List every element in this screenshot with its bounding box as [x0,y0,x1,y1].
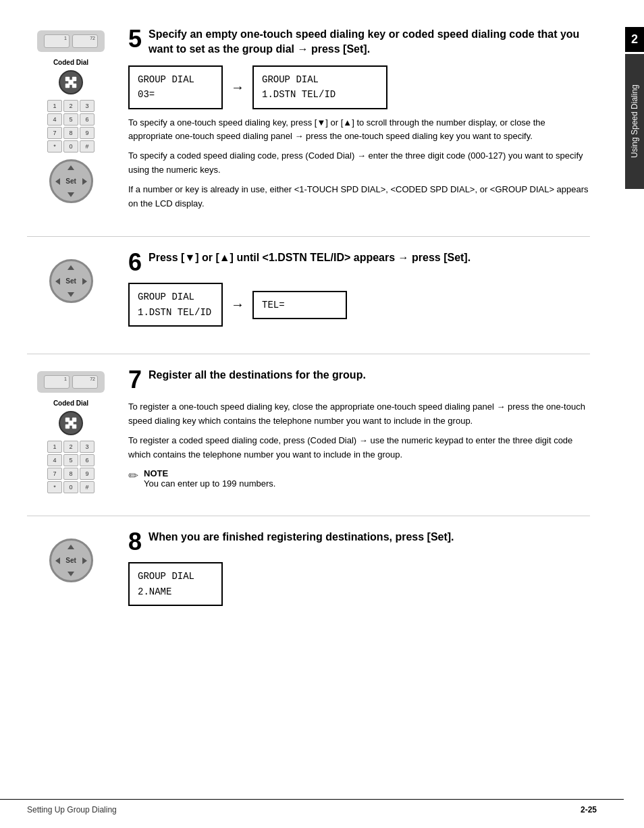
step-8-devices: Set [27,530,115,582]
step-8-lcd-l2: 2.NAME [138,584,213,599]
num-1: 1 [47,100,62,112]
step-5-para1: To specify a one-touch speed dialing key… [128,116,590,144]
key-2-7: 72 [72,375,98,389]
arrow-right-6 [82,278,87,285]
set-label-8: Set [65,557,76,564]
step-8-section: Set 8 When you are finished registering … [27,530,590,613]
step-6-lcd-before-l1: GROUP DIAL [138,289,213,304]
footer-text: Setting Up Group Dialing [27,805,117,815]
note-content: NOTE You can enter up to 199 numbers. [144,468,275,489]
set-button-5: Set [49,159,93,203]
step-6-section: Set 6 Press [▼] or [▲] until <1.DSTN TEL… [27,250,590,333]
num7-5: 5 [63,454,78,466]
side-tab-label: Using Speed Dialing [625,54,644,189]
arrow-down-6 [68,292,74,297]
step-5-header: 5 Specify an empty one-touch speed diali… [128,27,590,57]
one-touch-device: 1 72 Coded Dial [37,30,105,154]
set-label-6: Set [65,277,76,285]
arrow-up-8 [68,545,74,549]
divider-7-8 [27,516,590,516]
step-7-para1: To register a one-touch speed dialing ke… [128,400,590,429]
step-8-lcd-l1: GROUP DIAL [138,569,213,584]
step-6-lcd-after-l1: TEL= [262,298,338,312]
step-7-content: 7 Register all the destinations for the … [115,368,590,495]
num-0: 0 [63,140,78,153]
num-9: 9 [80,127,95,139]
key-1: 1 [44,34,70,48]
key-1-7: 1 [44,375,70,389]
num7-6: 6 [80,454,95,466]
step-7-devices: 1 72 Coded Dial [27,368,115,495]
key-2-label: 72 [90,36,95,40]
step-7-header: 7 Register all the destinations for the … [128,368,590,392]
coded-dial-label-5: Coded Dial [53,59,88,66]
chapter-number: 2 [625,27,644,52]
svg-rect-9 [68,420,73,425]
num7-8: 8 [63,468,78,480]
num-5: 5 [63,113,78,126]
step-5-number: 5 [128,27,142,51]
step-6-arrow: → [231,297,244,312]
numeric-keypad-5: 1 2 3 4 5 6 7 8 9 * 0 # [47,100,95,153]
num-8: 8 [63,127,78,139]
step-5-content: 5 Specify an empty one-touch speed diali… [115,27,590,216]
step-8-number: 8 [128,530,142,554]
coded-dial-label-7: Coded Dial [53,399,88,407]
num7-3: 3 [80,441,95,453]
step-5-lcd-after-l2: 1.DSTN TEL/ID [262,87,378,102]
one-touch-panel-7: 1 72 [37,371,105,393]
divider-5-6 [27,236,590,237]
step-6-title: Press [▼] or [▲] until <1.DSTN TEL/ID> a… [149,250,590,265]
num-7: 7 [47,127,62,139]
num7-1: 1 [47,441,62,453]
step-5-section: 1 72 Coded Dial [27,27,590,216]
num7-7: 7 [47,468,62,480]
arrow-down-8 [68,572,74,576]
step-8-lcd: GROUP DIAL 2.NAME [128,562,223,606]
num-2: 2 [63,100,78,112]
set-button-8: Set [49,539,93,582]
arrow-left-6 [55,278,60,285]
num-3: 3 [80,100,95,112]
step-6-devices: Set [27,250,115,303]
num7-0: 0 [63,481,78,493]
step-5-lcd-before-l1: GROUP DIAL [138,72,213,87]
num-hash: # [80,140,95,153]
step-6-header: 6 Press [▼] or [▲] until <1.DSTN TEL/ID>… [128,250,590,275]
step-7-note: ✏ NOTE You can enter up to 199 numbers. [128,468,590,489]
num7-4: 4 [47,454,62,466]
key-2-7-label: 72 [90,377,95,381]
footer-page: 2-25 [581,805,597,815]
step-5-para2: To specify a coded speed dialing code, p… [128,149,590,177]
step-5-lcd-row: GROUP DIAL 03= → GROUP DIAL 1.DSTN TEL/I… [128,65,590,109]
num-6: 6 [80,113,95,126]
step-8-title: When you are finished registering destin… [149,530,590,545]
arrow-left-8 [55,557,60,564]
numeric-keypad-7: 1 2 3 4 5 6 7 8 9 * 0 # [47,441,95,493]
arrow-up-5 [68,165,74,170]
one-touch-panel: 1 72 [37,30,105,52]
arrow-down-5 [68,192,74,197]
num-4: 4 [47,113,62,126]
step-8-header: 8 When you are finished registering dest… [128,530,590,554]
step-6-lcd-row: GROUP DIAL 1.DSTN TEL/ID → TEL= [128,283,590,327]
step-8-lcd-row: GROUP DIAL 2.NAME [128,562,590,606]
step-5-devices: 1 72 Coded Dial [27,27,115,203]
step-6-lcd-after: TEL= [252,291,347,319]
num7-star: * [47,481,62,493]
set-button-6: Set [49,259,93,303]
step-5-arrow: → [231,80,244,95]
note-icon: ✏ [128,468,138,483]
coded-dial-button-5 [59,70,83,94]
step-7-section: 1 72 Coded Dial [27,368,590,495]
key-1-label: 1 [64,36,67,40]
num7-2: 2 [63,441,78,453]
arrow-right-5 [82,178,87,185]
step-6-lcd-before: GROUP DIAL 1.DSTN TEL/ID [128,283,223,327]
arrow-left-5 [55,178,60,185]
note-text: You can enter up to 199 numbers. [144,478,275,489]
divider-6-7 [27,354,590,354]
step-5-para3: If a number or key is already in use, ei… [128,183,590,211]
step-7-para2: To register a coded speed dialing code, … [128,434,590,462]
arrow-up-6 [68,265,74,270]
